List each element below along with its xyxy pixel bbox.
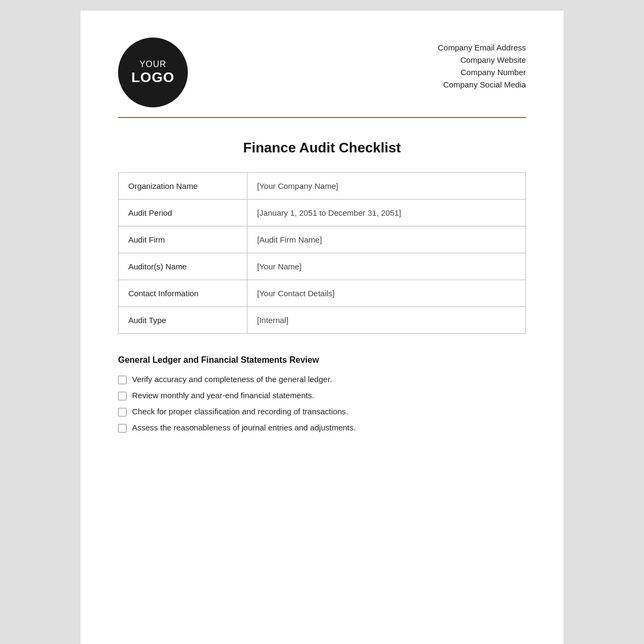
company-info-block: Company Email AddressCompany WebsiteComp… [438, 38, 526, 89]
section-heading: General Ledger and Financial Statements … [118, 355, 526, 365]
header: YOUR LOGO Company Email AddressCompany W… [118, 38, 526, 107]
table-value-3: [Your Name] [247, 253, 526, 280]
table-value-1: [January 1, 2051 to December 31, 2051] [247, 200, 526, 226]
table-label-5: Audit Type [119, 307, 247, 334]
table-row: Audit Firm[Audit Firm Name] [119, 226, 526, 253]
checkbox-icon[interactable] [118, 376, 127, 384]
checkbox-icon[interactable] [118, 408, 127, 416]
list-item: Check for proper classification and reco… [118, 407, 526, 416]
page: YOUR LOGO Company Email AddressCompany W… [80, 11, 564, 644]
list-item: Review monthly and year-end financial st… [118, 391, 526, 400]
company-logo: YOUR LOGO [118, 38, 188, 107]
table-row: Organization Name[Your Company Name] [119, 173, 526, 200]
table-value-2: [Audit Firm Name] [247, 226, 526, 253]
header-divider [118, 117, 526, 118]
table-row: Audit Period[January 1, 2051 to December… [119, 200, 526, 226]
table-value-0: [Your Company Name] [247, 173, 526, 200]
table-label-0: Organization Name [119, 173, 247, 200]
table-label-4: Contact Information [119, 280, 247, 307]
table-value-4: [Your Contact Details] [247, 280, 526, 307]
logo-line1: YOUR [140, 60, 166, 69]
logo-line2: LOGO [131, 69, 175, 86]
list-item: Assess the reasonableness of journal ent… [118, 423, 526, 433]
table-label-3: Auditor(s) Name [119, 253, 247, 280]
company-info-item-3: Company Social Media [438, 80, 526, 89]
company-info-item-2: Company Number [438, 68, 526, 77]
checklist-item-text-0: Verify accuracy and completeness of the … [132, 375, 332, 384]
checkbox-icon[interactable] [118, 424, 127, 433]
company-info-item-1: Company Website [438, 55, 526, 64]
checklist-item-text-3: Assess the reasonableness of journal ent… [132, 423, 356, 432]
section-general-ledger: General Ledger and Financial Statements … [118, 355, 526, 433]
table-label-2: Audit Firm [119, 226, 247, 253]
table-row: Contact Information[Your Contact Details… [119, 280, 526, 307]
info-table: Organization Name[Your Company Name]Audi… [118, 172, 526, 334]
list-item: Verify accuracy and completeness of the … [118, 375, 526, 384]
checklist-item-text-2: Check for proper classification and reco… [132, 407, 348, 416]
checkbox-icon[interactable] [118, 392, 127, 400]
checklist: Verify accuracy and completeness of the … [118, 375, 526, 433]
checklist-item-text-1: Review monthly and year-end financial st… [132, 391, 314, 400]
page-title: Finance Audit Checklist [118, 140, 526, 156]
company-info-item-0: Company Email Address [438, 43, 526, 52]
table-row: Auditor(s) Name[Your Name] [119, 253, 526, 280]
table-label-1: Audit Period [119, 200, 247, 226]
table-row: Audit Type[Internal] [119, 307, 526, 334]
table-value-5: [Internal] [247, 307, 526, 334]
